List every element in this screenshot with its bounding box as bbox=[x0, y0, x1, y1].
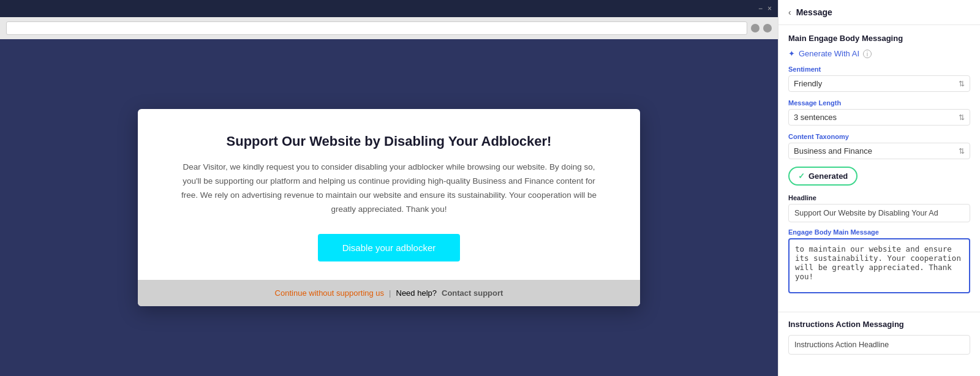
browser-preview: − × Support Our Website by Disabling You… bbox=[0, 0, 778, 376]
message-length-arrows: ⇅ bbox=[959, 113, 965, 122]
sentiment-label: Sentiment bbox=[788, 66, 970, 73]
need-help-text: Need help? bbox=[396, 288, 437, 298]
panel-title: Message bbox=[796, 7, 832, 17]
instructions-headline-field[interactable]: Instructions Action Headline bbox=[788, 335, 970, 355]
footer-divider: | bbox=[389, 288, 391, 298]
headline-label: Headline bbox=[788, 194, 970, 201]
content-taxonomy-arrows: ⇅ bbox=[959, 147, 965, 156]
ai-icon: ✦ bbox=[788, 49, 795, 58]
browser-topbar: − × bbox=[0, 0, 778, 17]
generated-button[interactable]: ✓ Generated bbox=[788, 167, 858, 186]
ai-generate-label: Generate With AI bbox=[799, 49, 859, 58]
url-bar[interactable] bbox=[6, 21, 747, 35]
continue-without-support-link[interactable]: Continue without supporting us bbox=[275, 288, 385, 298]
modal-card: Support Our Website by Disabling Your Ad… bbox=[138, 109, 640, 306]
browser-toolbar bbox=[0, 17, 778, 39]
section-title: Main Engage Body Messaging bbox=[788, 34, 970, 43]
modal-body: Support Our Website by Disabling Your Ad… bbox=[138, 109, 640, 280]
body-message-label: Engage Body Main Message bbox=[788, 228, 970, 236]
right-panel: ‹ Message Main Engage Body Messaging ✦ G… bbox=[778, 0, 980, 376]
message-length-value: 3 sentences bbox=[794, 113, 959, 122]
browser-content: Support Our Website by Disabling Your Ad… bbox=[0, 39, 778, 376]
message-length-label: Message Length bbox=[788, 99, 970, 107]
sentiment-arrows: ⇅ bbox=[959, 80, 965, 88]
instructions-section: Instructions Action Messaging Instructio… bbox=[778, 312, 980, 362]
contact-support-link[interactable]: Contact support bbox=[442, 288, 503, 298]
body-message-textarea[interactable]: to maintain our website and ensure its s… bbox=[788, 238, 970, 293]
message-length-field[interactable]: 3 sentences ⇅ bbox=[788, 109, 970, 126]
toolbar-dots bbox=[751, 24, 772, 32]
main-engage-section: Main Engage Body Messaging ✦ Generate Wi… bbox=[778, 25, 980, 312]
modal-footer: Continue without supporting us | Need he… bbox=[138, 280, 640, 306]
close-button[interactable]: × bbox=[767, 4, 772, 13]
minimize-button[interactable]: − bbox=[758, 4, 763, 13]
headline-input[interactable] bbox=[788, 204, 970, 222]
generated-label: Generated bbox=[809, 171, 848, 181]
content-taxonomy-value: Business and Finance bbox=[794, 146, 959, 156]
sentiment-field[interactable]: Friendly ⇅ bbox=[788, 75, 970, 92]
ai-generate-row[interactable]: ✦ Generate With AI i bbox=[788, 49, 970, 58]
content-taxonomy-label: Content Taxonomy bbox=[788, 133, 970, 140]
toolbar-dot-2 bbox=[763, 24, 772, 32]
disable-adblocker-button[interactable]: Disable your adblocker bbox=[318, 234, 461, 261]
panel-header: ‹ Message bbox=[778, 0, 980, 25]
modal-headline: Support Our Website by Disabling Your Ad… bbox=[175, 133, 603, 149]
check-icon: ✓ bbox=[798, 171, 805, 181]
instructions-title: Instructions Action Messaging bbox=[788, 320, 970, 329]
info-icon: i bbox=[863, 50, 872, 58]
content-taxonomy-field[interactable]: Business and Finance ⇅ bbox=[788, 143, 970, 159]
back-icon[interactable]: ‹ bbox=[788, 7, 791, 17]
toolbar-dot-1 bbox=[751, 24, 760, 32]
modal-body-text: Dear Visitor, we kindly request you to c… bbox=[175, 160, 603, 217]
sentiment-value: Friendly bbox=[794, 79, 959, 88]
